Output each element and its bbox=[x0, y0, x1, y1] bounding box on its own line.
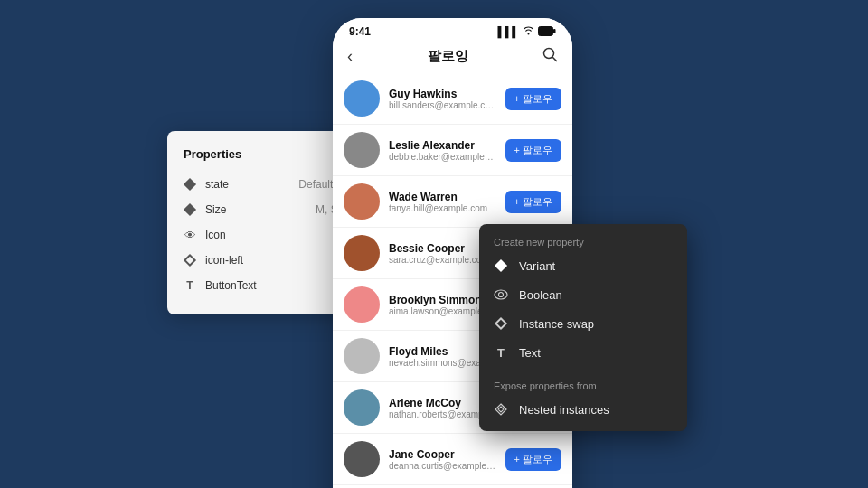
user-name: Jane Cooper bbox=[389, 448, 496, 461]
list-item: Jane Cooper deanna.curtis@example.com + … bbox=[333, 434, 572, 485]
avatar bbox=[344, 80, 380, 117]
user-email: bill.sanders@example.com bbox=[389, 100, 496, 110]
user-email: tanya.hill@example.com bbox=[389, 203, 496, 213]
list-item: Guy Hawkins bill.sanders@example.com + 팔… bbox=[333, 73, 572, 125]
follow-button[interactable]: + 팔로우 bbox=[505, 191, 561, 213]
user-info: Leslie Alexander debbie.baker@example.co… bbox=[389, 139, 496, 162]
section-title-create: Create new property bbox=[479, 231, 687, 251]
boolean-eye-icon bbox=[494, 287, 508, 302]
nested-instances-icon bbox=[494, 402, 508, 417]
avatar bbox=[344, 286, 380, 323]
prop-label-size: Size bbox=[205, 203, 307, 216]
menu-item-label-nested: Nested instances bbox=[519, 403, 609, 417]
menu-item-label-variant: Variant bbox=[519, 259, 555, 273]
instance-swap-diamond-icon bbox=[494, 316, 508, 331]
eye-icon: 👁 bbox=[184, 229, 196, 241]
context-menu: Create new property Variant Boolean Inst… bbox=[479, 224, 687, 431]
user-info: Wade Warren tanya.hill@example.com bbox=[389, 191, 496, 213]
user-info: Jane Cooper deanna.curtis@example.com bbox=[389, 448, 496, 471]
diamond-outline-icon bbox=[184, 254, 196, 267]
follow-button[interactable]: + 팔로우 bbox=[505, 139, 561, 162]
prop-label-state: state bbox=[205, 178, 289, 191]
status-bar: 9:41 ▌▌▌ bbox=[333, 18, 572, 42]
avatar bbox=[344, 183, 380, 220]
menu-item-text[interactable]: T Text bbox=[479, 338, 687, 367]
menu-item-label-instance-swap: Instance swap bbox=[519, 317, 594, 331]
phone-header: ‹ 팔로잉 bbox=[333, 42, 572, 73]
menu-divider bbox=[479, 371, 687, 371]
user-name: Guy Hawkins bbox=[389, 88, 496, 100]
search-icon[interactable] bbox=[542, 47, 558, 66]
diamond-icon-size bbox=[184, 203, 196, 216]
menu-item-label-boolean: Boolean bbox=[519, 288, 562, 302]
diamond-icon bbox=[184, 178, 196, 191]
menu-item-boolean[interactable]: Boolean bbox=[479, 280, 687, 309]
wifi-icon bbox=[523, 26, 534, 37]
signal-icon: ▌▌▌ bbox=[498, 26, 519, 37]
user-name: Leslie Alexander bbox=[389, 139, 496, 152]
follow-button[interactable]: + 팔로우 bbox=[505, 88, 561, 110]
battery-icon bbox=[538, 26, 556, 38]
list-item: Leslie Alexander debbie.baker@example.co… bbox=[333, 125, 572, 176]
prop-label-icon-left: icon-left bbox=[205, 254, 350, 267]
avatar bbox=[344, 338, 380, 374]
menu-item-label-text: Text bbox=[519, 346, 541, 360]
user-name: Wade Warren bbox=[389, 191, 496, 203]
menu-item-instance-swap[interactable]: Instance swap bbox=[479, 309, 687, 338]
menu-item-nested[interactable]: Nested instances bbox=[479, 395, 687, 424]
avatar bbox=[344, 389, 380, 426]
svg-point-4 bbox=[495, 290, 507, 299]
svg-rect-0 bbox=[539, 26, 553, 35]
status-time: 9:41 bbox=[349, 25, 371, 38]
prop-label-buttontext: ButtonText bbox=[205, 279, 350, 292]
user-info: Guy Hawkins bill.sanders@example.com bbox=[389, 88, 496, 110]
avatar bbox=[344, 132, 380, 168]
status-icons: ▌▌▌ bbox=[498, 26, 556, 38]
back-button[interactable]: ‹ bbox=[347, 47, 353, 66]
list-item: Wade Warren tanya.hill@example.com + 팔로우 bbox=[333, 176, 572, 228]
avatar bbox=[344, 441, 380, 477]
text-t-menu-icon: T bbox=[494, 345, 508, 360]
user-email: debbie.baker@example.com bbox=[389, 152, 496, 162]
follow-button[interactable]: + 팔로우 bbox=[505, 448, 561, 471]
text-t-icon: T bbox=[184, 279, 196, 292]
svg-line-3 bbox=[552, 57, 557, 61]
svg-rect-1 bbox=[553, 29, 556, 33]
svg-point-5 bbox=[499, 293, 504, 297]
section-title-expose: Expose properties from bbox=[479, 375, 687, 395]
user-email: deanna.curtis@example.com bbox=[389, 461, 496, 471]
menu-item-variant[interactable]: Variant bbox=[479, 251, 687, 280]
prop-label-icon: Icon bbox=[205, 229, 350, 241]
variant-diamond-icon bbox=[494, 258, 508, 273]
avatar bbox=[344, 235, 380, 271]
following-title: 팔로잉 bbox=[428, 48, 468, 65]
